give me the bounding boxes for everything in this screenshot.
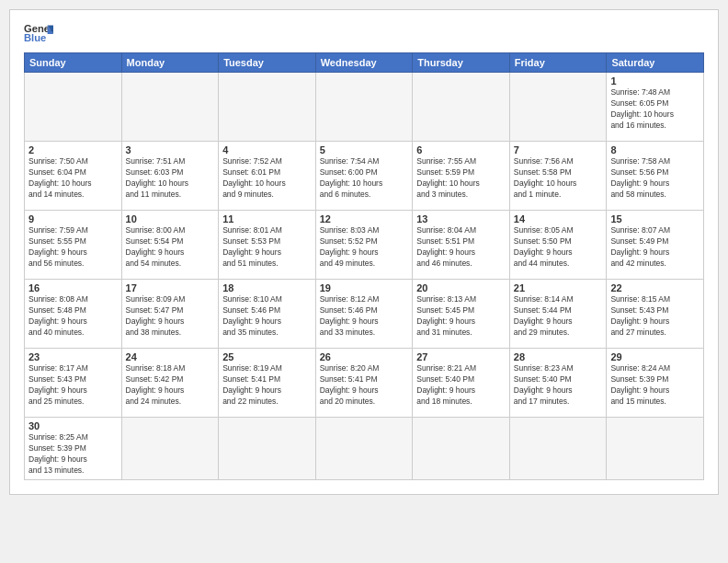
day-number: 15 — [610, 213, 700, 224]
calendar-cell: 21Sunrise: 8:14 AM Sunset: 5:44 PM Dayli… — [509, 280, 607, 349]
day-info: Sunrise: 7:56 AM Sunset: 5:58 PM Dayligh… — [514, 156, 603, 201]
calendar-cell: 26Sunrise: 8:20 AM Sunset: 5:41 PM Dayli… — [315, 349, 413, 418]
day-info: Sunrise: 8:03 AM Sunset: 5:52 PM Dayligh… — [320, 225, 409, 270]
calendar-week-row: 30Sunrise: 8:25 AM Sunset: 5:39 PM Dayli… — [25, 418, 704, 480]
day-number: 1 — [610, 75, 700, 86]
day-number: 25 — [222, 351, 312, 362]
day-number: 3 — [126, 144, 215, 155]
day-number: 23 — [28, 351, 118, 362]
calendar-cell: 7Sunrise: 7:56 AM Sunset: 5:58 PM Daylig… — [509, 142, 607, 211]
calendar-cell: 5Sunrise: 7:54 AM Sunset: 6:00 PM Daylig… — [315, 142, 413, 211]
calendar-cell — [509, 73, 607, 142]
calendar-cell — [25, 73, 122, 142]
svg-text:Blue: Blue — [24, 32, 46, 43]
calendar-page: General Blue SundayMondayTuesdayWednesda… — [9, 9, 719, 495]
day-number: 19 — [320, 282, 409, 293]
calendar-cell — [509, 418, 607, 480]
day-number: 12 — [320, 213, 409, 224]
calendar-cell: 8Sunrise: 7:58 AM Sunset: 5:56 PM Daylig… — [607, 142, 704, 211]
day-number: 2 — [28, 144, 118, 155]
day-number: 17 — [126, 282, 215, 293]
day-number: 30 — [28, 420, 118, 431]
calendar-cell: 13Sunrise: 8:04 AM Sunset: 5:51 PM Dayli… — [413, 211, 510, 280]
calendar-week-row: 23Sunrise: 8:17 AM Sunset: 5:43 PM Dayli… — [25, 349, 704, 418]
day-number: 21 — [514, 282, 603, 293]
calendar-header-sunday: Sunday — [25, 53, 122, 73]
day-number: 13 — [416, 213, 506, 224]
day-number: 9 — [28, 213, 118, 224]
calendar-cell: 20Sunrise: 8:13 AM Sunset: 5:45 PM Dayli… — [413, 280, 510, 349]
calendar-cell: 22Sunrise: 8:15 AM Sunset: 5:43 PM Dayli… — [607, 280, 704, 349]
calendar-cell — [121, 73, 219, 142]
calendar-cell — [413, 73, 510, 142]
calendar-cell: 28Sunrise: 8:23 AM Sunset: 5:40 PM Dayli… — [509, 349, 607, 418]
day-number: 4 — [222, 144, 312, 155]
day-info: Sunrise: 8:10 AM Sunset: 5:46 PM Dayligh… — [222, 294, 312, 339]
day-number: 28 — [514, 351, 603, 362]
calendar-header-friday: Friday — [509, 53, 607, 73]
day-info: Sunrise: 8:20 AM Sunset: 5:41 PM Dayligh… — [320, 363, 409, 408]
day-info: Sunrise: 8:14 AM Sunset: 5:44 PM Dayligh… — [514, 294, 603, 339]
day-info: Sunrise: 7:48 AM Sunset: 6:05 PM Dayligh… — [610, 87, 700, 132]
calendar-cell — [315, 73, 413, 142]
day-info: Sunrise: 8:19 AM Sunset: 5:41 PM Dayligh… — [222, 363, 312, 408]
calendar-table: SundayMondayTuesdayWednesdayThursdayFrid… — [24, 52, 704, 480]
day-number: 18 — [222, 282, 312, 293]
day-info: Sunrise: 8:13 AM Sunset: 5:45 PM Dayligh… — [416, 294, 506, 339]
day-info: Sunrise: 7:52 AM Sunset: 6:01 PM Dayligh… — [222, 156, 312, 201]
day-info: Sunrise: 8:00 AM Sunset: 5:54 PM Dayligh… — [126, 225, 215, 270]
calendar-week-row: 9Sunrise: 7:59 AM Sunset: 5:55 PM Daylig… — [25, 211, 704, 280]
calendar-header-row: SundayMondayTuesdayWednesdayThursdayFrid… — [25, 53, 704, 73]
day-info: Sunrise: 8:09 AM Sunset: 5:47 PM Dayligh… — [126, 294, 215, 339]
calendar-header-wednesday: Wednesday — [315, 53, 413, 73]
day-number: 11 — [222, 213, 312, 224]
calendar-header-tuesday: Tuesday — [219, 53, 316, 73]
day-number: 22 — [610, 282, 700, 293]
day-number: 27 — [416, 351, 506, 362]
day-info: Sunrise: 7:58 AM Sunset: 5:56 PM Dayligh… — [610, 156, 700, 201]
day-info: Sunrise: 8:04 AM Sunset: 5:51 PM Dayligh… — [416, 225, 506, 270]
day-info: Sunrise: 8:23 AM Sunset: 5:40 PM Dayligh… — [514, 363, 603, 408]
calendar-week-row: 1Sunrise: 7:48 AM Sunset: 6:05 PM Daylig… — [25, 73, 704, 142]
calendar-cell: 24Sunrise: 8:18 AM Sunset: 5:42 PM Dayli… — [121, 349, 219, 418]
calendar-cell: 9Sunrise: 7:59 AM Sunset: 5:55 PM Daylig… — [25, 211, 122, 280]
day-number: 8 — [610, 144, 700, 155]
day-info: Sunrise: 7:54 AM Sunset: 6:00 PM Dayligh… — [320, 156, 409, 201]
calendar-cell — [413, 418, 510, 480]
day-number: 6 — [416, 144, 506, 155]
day-info: Sunrise: 8:25 AM Sunset: 5:39 PM Dayligh… — [28, 432, 118, 477]
day-number: 20 — [416, 282, 506, 293]
calendar-week-row: 2Sunrise: 7:50 AM Sunset: 6:04 PM Daylig… — [25, 142, 704, 211]
day-info: Sunrise: 7:50 AM Sunset: 6:04 PM Dayligh… — [28, 156, 118, 201]
day-number: 14 — [514, 213, 603, 224]
day-info: Sunrise: 8:18 AM Sunset: 5:42 PM Dayligh… — [126, 363, 215, 408]
calendar-cell: 14Sunrise: 8:05 AM Sunset: 5:50 PM Dayli… — [509, 211, 607, 280]
calendar-cell: 23Sunrise: 8:17 AM Sunset: 5:43 PM Dayli… — [25, 349, 122, 418]
calendar-cell: 18Sunrise: 8:10 AM Sunset: 5:46 PM Dayli… — [219, 280, 316, 349]
day-number: 10 — [126, 213, 215, 224]
calendar-cell: 15Sunrise: 8:07 AM Sunset: 5:49 PM Dayli… — [607, 211, 704, 280]
calendar-header-monday: Monday — [121, 53, 219, 73]
day-number: 7 — [514, 144, 603, 155]
calendar-week-row: 16Sunrise: 8:08 AM Sunset: 5:48 PM Dayli… — [25, 280, 704, 349]
day-info: Sunrise: 7:51 AM Sunset: 6:03 PM Dayligh… — [126, 156, 215, 201]
day-number: 29 — [610, 351, 700, 362]
calendar-cell: 3Sunrise: 7:51 AM Sunset: 6:03 PM Daylig… — [121, 142, 219, 211]
calendar-cell: 1Sunrise: 7:48 AM Sunset: 6:05 PM Daylig… — [607, 73, 704, 142]
calendar-header-thursday: Thursday — [413, 53, 510, 73]
day-info: Sunrise: 8:21 AM Sunset: 5:40 PM Dayligh… — [416, 363, 506, 408]
calendar-cell: 25Sunrise: 8:19 AM Sunset: 5:41 PM Dayli… — [219, 349, 316, 418]
day-info: Sunrise: 8:05 AM Sunset: 5:50 PM Dayligh… — [514, 225, 603, 270]
day-info: Sunrise: 7:55 AM Sunset: 5:59 PM Dayligh… — [416, 156, 506, 201]
calendar-cell: 10Sunrise: 8:00 AM Sunset: 5:54 PM Dayli… — [121, 211, 219, 280]
calendar-cell: 2Sunrise: 7:50 AM Sunset: 6:04 PM Daylig… — [25, 142, 122, 211]
calendar-cell — [607, 418, 704, 480]
calendar-cell — [219, 73, 316, 142]
calendar-cell: 4Sunrise: 7:52 AM Sunset: 6:01 PM Daylig… — [219, 142, 316, 211]
calendar-cell: 27Sunrise: 8:21 AM Sunset: 5:40 PM Dayli… — [413, 349, 510, 418]
calendar-cell — [219, 418, 316, 480]
calendar-cell: 29Sunrise: 8:24 AM Sunset: 5:39 PM Dayli… — [607, 349, 704, 418]
day-info: Sunrise: 8:24 AM Sunset: 5:39 PM Dayligh… — [610, 363, 700, 408]
day-number: 24 — [126, 351, 215, 362]
day-info: Sunrise: 8:07 AM Sunset: 5:49 PM Dayligh… — [610, 225, 700, 270]
